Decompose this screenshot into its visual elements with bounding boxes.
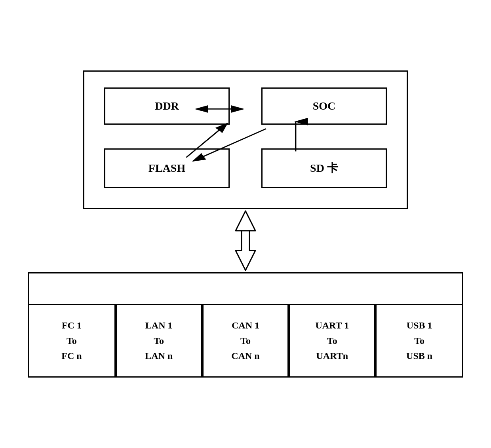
- svg-marker-8: [236, 231, 255, 270]
- flash-label: FLASH: [148, 162, 185, 175]
- soc-label: SOC: [313, 100, 336, 112]
- big-double-arrow-icon: [234, 209, 257, 272]
- lan-label: LAN 1 To LAN n: [145, 318, 173, 363]
- main-diagram: DDR SOC FLASH SD 卡: [28, 70, 463, 378]
- can-label: CAN 1 To CAN n: [231, 318, 259, 363]
- top-system-box: DDR SOC FLASH SD 卡: [83, 70, 408, 209]
- bottom-header-area: [29, 273, 462, 305]
- flash-box: FLASH: [104, 148, 230, 188]
- uart-label: UART 1 To UARTn: [315, 318, 349, 363]
- ddr-box: DDR: [104, 87, 230, 125]
- vertical-arrow-container: [234, 209, 257, 272]
- sdcard-label: SD 卡: [310, 161, 338, 176]
- bottom-section: FC 1 To FC n LAN 1 To LAN n CAN 1 To CAN…: [28, 272, 463, 378]
- sdcard-box: SD 卡: [261, 148, 387, 188]
- fc-card: FC 1 To FC n: [29, 305, 116, 376]
- soc-box: SOC: [261, 87, 387, 125]
- lan-card: LAN 1 To LAN n: [116, 305, 202, 376]
- ddr-label: DDR: [155, 100, 179, 112]
- usb-card: USB 1 To USB n: [375, 305, 462, 376]
- bottom-cards-row: FC 1 To FC n LAN 1 To LAN n CAN 1 To CAN…: [29, 305, 462, 376]
- can-card: CAN 1 To CAN n: [202, 305, 289, 376]
- usb-label: USB 1 To USB n: [406, 318, 432, 363]
- fc-label: FC 1 To FC n: [61, 318, 82, 363]
- uart-card: UART 1 To UARTn: [289, 305, 375, 376]
